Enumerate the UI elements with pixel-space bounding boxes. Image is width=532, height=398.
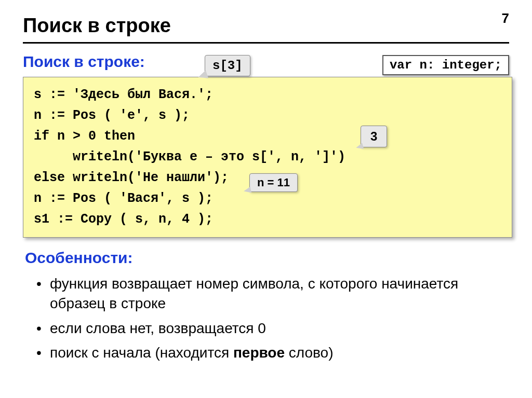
list-item-text: поиск с начала (находится — [50, 345, 233, 361]
features-heading: Особенности: — [25, 249, 509, 267]
callout-value-3: 3 — [361, 126, 387, 147]
list-item-text: слово) — [285, 345, 333, 361]
list-item: если слова нет, возвращается 0 — [50, 319, 509, 338]
page-title: Поиск в строке — [23, 15, 509, 37]
var-declaration-box: var n: integer; — [382, 55, 509, 75]
title-underline — [23, 42, 509, 44]
list-item: функция возвращает номер символа, с кото… — [50, 274, 509, 313]
list-item: поиск с начала (находится первое слово) — [50, 343, 509, 363]
list-item-bold: первое — [233, 345, 285, 361]
code-block: s := 'Здесь был Вася.'; n := Pos ( 'е', … — [23, 77, 512, 238]
callout-s3: s[3] — [205, 55, 250, 76]
page-number: 7 — [502, 10, 509, 26]
features-list: функция возвращает номер символа, с кото… — [23, 274, 509, 363]
callout-n-equals-11: n = 11 — [249, 173, 298, 192]
subtitle: Поиск в строке: — [23, 53, 145, 71]
